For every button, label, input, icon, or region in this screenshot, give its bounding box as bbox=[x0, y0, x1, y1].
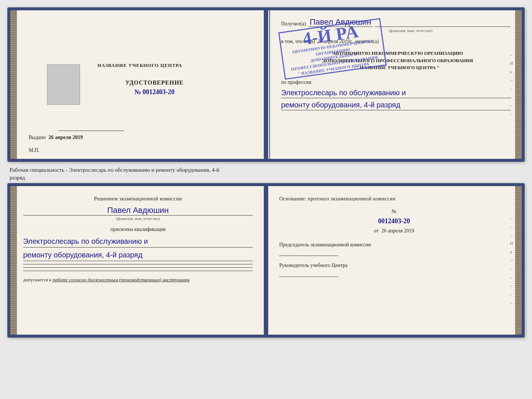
right-edge-chars: – И а ← – – – – bbox=[510, 52, 514, 117]
commission-title: Решением экаменационной комиссии bbox=[23, 195, 253, 203]
fio-hint-bottom: (фамилия, имя, отчество) bbox=[23, 216, 253, 221]
between-label-line1: Рабочая специальность - Электрослесарь п… bbox=[10, 166, 525, 174]
photo-placeholder bbox=[47, 64, 80, 105]
mp-label: М.П. bbox=[29, 147, 40, 153]
bottom-left-page: Решением экаменационной комиссии Павел А… bbox=[10, 186, 266, 335]
top-certificate-book: НАЗВАНИЕ УЧЕБНОГО ЦЕНТРА УДОСТОВЕРЕНИЕ №… bbox=[7, 7, 525, 162]
in-that-line: в том, что он(а) 26 апреля 2019г. окончи… bbox=[281, 39, 511, 44]
director-sign-line bbox=[279, 277, 338, 277]
page-wrapper: НАЗВАНИЕ УЧЕБНОГО ЦЕНТРА УДОСТОВЕРЕНИЕ №… bbox=[7, 7, 525, 338]
cert-title: УДОСТОВЕРЕНИЕ bbox=[125, 79, 184, 86]
received-line: Получил(а) Павел Авдюшин bbox=[281, 18, 511, 27]
texture-right-bottom bbox=[515, 186, 522, 335]
chairman-title: Председатель экзаменационной комиссии bbox=[279, 241, 509, 249]
qual-line1: Электрослесарь по обслуживанию и bbox=[23, 235, 253, 247]
chairman-sign-line bbox=[279, 256, 338, 256]
extra-line-1 bbox=[23, 264, 253, 264]
protocol-number-block: № 0012403-20 bbox=[279, 209, 509, 225]
director-title: Руководитель учебного Центра bbox=[279, 262, 509, 269]
extra-line-3 bbox=[23, 271, 253, 271]
school-name-top: НАЗВАНИЕ УЧЕБНОГО ЦЕНТРА bbox=[97, 63, 182, 68]
right-edge-chars-bottom: – – – И а ← – – – – – bbox=[510, 215, 514, 306]
doc-spine-bottom bbox=[264, 186, 268, 335]
bottom-certificate-book: Решением экаменационной комиссии Павел А… bbox=[7, 183, 525, 338]
profession-line2: ремонту оборудования, 4-й разряд bbox=[281, 100, 511, 110]
cert-number-prefix: № bbox=[134, 88, 141, 96]
top-right-page: Получил(а) Павел Авдюшин (фамилия, имя, … bbox=[270, 10, 522, 159]
cert-number: № 0012403-20 bbox=[134, 88, 175, 96]
allowed-text: допускается к работе согласно должностны… bbox=[23, 277, 253, 283]
doc-spine bbox=[264, 10, 268, 159]
between-label: Рабочая специальность - Электрослесарь п… bbox=[7, 163, 525, 183]
between-label-line2: разряд bbox=[10, 174, 525, 182]
fio-hint-top: (фамилия, имя, отчество) bbox=[310, 28, 511, 33]
extra-line-2 bbox=[23, 267, 253, 268]
protocol-number: 0012403-20 bbox=[279, 217, 509, 225]
top-left-page: НАЗВАНИЕ УЧЕБНОГО ЦЕНТРА УДОСТОВЕРЕНИЕ №… bbox=[10, 10, 270, 159]
org-block: АВТОНОМНУЮ НЕКОММЕРЧЕСКУЮ ОРГАНИЗАЦИЮ ДО… bbox=[281, 50, 511, 71]
basis-title: Основание: протокол экзаменационной коми… bbox=[279, 195, 509, 203]
qual-line2: ремонту оборудования, 4-й разряд bbox=[23, 249, 253, 261]
issued-line: Выдано 26 апреля 2019 bbox=[29, 135, 262, 140]
profession-line1: Электрослесарь по обслуживанию и bbox=[281, 88, 511, 98]
profession-label: по профессии bbox=[281, 79, 511, 85]
person-name-top: Павел Авдюшин bbox=[308, 18, 373, 27]
from-date-block: от 26 апреля 2019 bbox=[279, 228, 509, 234]
assigned-label: присвоена квалификация bbox=[23, 227, 253, 232]
bottom-right-page: Основание: протокол экзаменационной коми… bbox=[266, 186, 522, 335]
allowed-italic: работе согласно должностным (производств… bbox=[53, 277, 189, 282]
cert-number-value: 0012403-20 bbox=[143, 88, 175, 96]
texture-right bbox=[515, 10, 522, 159]
person-name-bottom: Павел Авдюшин bbox=[23, 206, 253, 215]
